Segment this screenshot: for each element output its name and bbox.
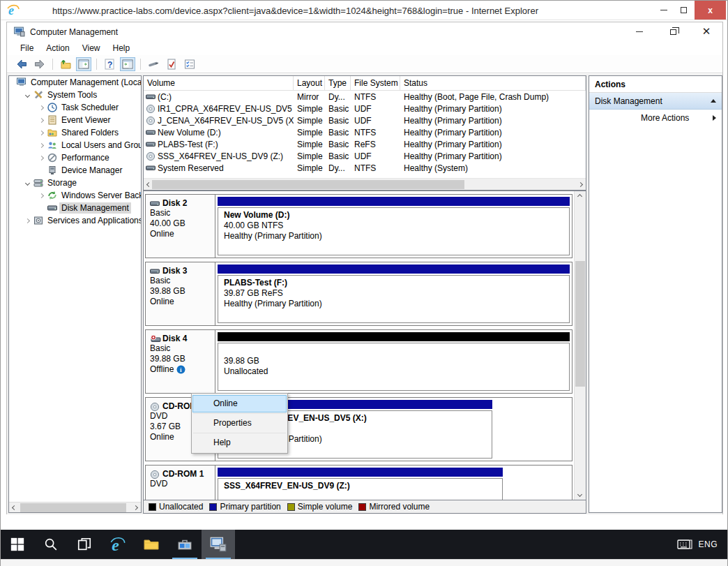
menu-action[interactable]: Action xyxy=(40,42,75,54)
scrollbar-thumb[interactable] xyxy=(575,261,585,387)
menu-file[interactable]: File xyxy=(14,42,40,54)
device-tool-icon[interactable] xyxy=(146,57,161,71)
column-header-status[interactable]: Status xyxy=(400,76,586,90)
disk-graphic-area[interactable]: PLABS-Test (F:)39.87 GB ReFSHealthy (Pri… xyxy=(215,262,572,325)
tree-horizontal-scrollbar[interactable] xyxy=(9,502,141,512)
scroll-right-arrow[interactable] xyxy=(575,179,586,190)
file-explorer-taskbar-icon[interactable] xyxy=(135,530,168,559)
task-view-button[interactable] xyxy=(68,530,101,559)
disk-row-disk-4[interactable]: Disk 4Basic39.88 GBOfflinei39.88 GBUnall… xyxy=(145,329,572,394)
tree-item-windows-server-backup[interactable]: Windows Server Backup xyxy=(9,189,141,202)
info-icon[interactable]: i xyxy=(176,365,185,374)
volume-row-system-reserved[interactable]: System ReservedSimpleDy...NTFSHealthy (S… xyxy=(144,162,586,174)
volume-row-c[interactable]: (C:)MirrorDy...NTFSHealthy (Boot, Page F… xyxy=(144,91,586,103)
browser-maximize-button[interactable] xyxy=(674,1,692,20)
volume-list-horizontal-scrollbar[interactable] xyxy=(144,178,586,190)
window-minimize-button[interactable] xyxy=(629,24,650,39)
scrollbar-thumb[interactable] xyxy=(152,180,464,189)
expander-collapsed-icon[interactable] xyxy=(36,156,47,160)
admin-tools-taskbar-icon[interactable] xyxy=(168,530,202,559)
expander-expanded-icon[interactable] xyxy=(22,181,33,185)
disk-graphic-area[interactable]: 39.88 GBUnallocated xyxy=(215,330,572,393)
tree-item-storage[interactable]: Storage xyxy=(9,177,141,189)
window-restore-button[interactable] xyxy=(662,24,683,39)
volume-row-sss-x64frev-en-us-dv9-z[interactable]: SSS_X64FREV_EN-US_DV9 (Z:)SimpleBasicUDF… xyxy=(144,150,586,162)
disk-graphic-area[interactable]: New Volume (D:)40.00 GB NTFSHealthy (Pri… xyxy=(215,195,572,258)
column-header-volume[interactable]: Volume xyxy=(144,76,294,90)
help-icon[interactable]: ? xyxy=(102,57,117,71)
back-icon[interactable] xyxy=(14,57,29,71)
computer-management-taskbar-icon[interactable] xyxy=(202,530,235,559)
tree-item-services-and-applications[interactable]: Services and Applications xyxy=(9,214,141,227)
scroll-up-arrow[interactable] xyxy=(575,191,585,202)
check-document-icon[interactable] xyxy=(164,57,179,71)
scrollbar-thumb[interactable] xyxy=(20,503,126,512)
tree-item-local-users-and-groups[interactable]: Local Users and Groups xyxy=(9,139,141,151)
tree-item-task-scheduler[interactable]: Task Scheduler xyxy=(9,101,141,114)
up-folder-icon[interactable] xyxy=(58,57,73,71)
menu-help[interactable]: Help xyxy=(107,42,137,54)
partition-bar[interactable] xyxy=(218,197,570,206)
tree-item-computer-management-local[interactable]: Computer Management (Local) xyxy=(9,76,141,89)
browser-minimize-button[interactable] xyxy=(655,1,673,20)
search-button[interactable] xyxy=(34,530,68,559)
expander-collapsed-icon[interactable] xyxy=(36,119,47,122)
disk-graphic-area[interactable]: SSS_X64FREV_EN-US_DV9 (Z:) xyxy=(215,466,572,500)
partition-bar[interactable] xyxy=(218,332,570,341)
disk-label-panel[interactable]: Disk 2Basic40.00 GBOnline xyxy=(146,195,215,258)
more-actions-item[interactable]: More Actions xyxy=(589,110,722,126)
partition-bar[interactable] xyxy=(218,468,503,477)
tree-item-performance[interactable]: Performance xyxy=(9,151,141,164)
language-indicator[interactable]: ENG xyxy=(698,539,718,549)
volume-region[interactable]: PLABS-Test (F:)39.87 GB ReFSHealthy (Pri… xyxy=(218,275,570,323)
volume-region[interactable]: New Volume (D:)40.00 GB NTFSHealthy (Pri… xyxy=(218,207,570,255)
expander-collapsed-icon[interactable] xyxy=(36,131,47,135)
partition-bar[interactable] xyxy=(218,265,570,274)
expander-expanded-icon[interactable] xyxy=(22,94,33,97)
disk-label-panel[interactable]: Disk 4Basic39.88 GBOfflinei xyxy=(146,330,215,393)
expander-collapsed-icon[interactable] xyxy=(36,194,47,198)
disk-row-disk-2[interactable]: Disk 2Basic40.00 GBOnlineNew Volume (D:)… xyxy=(145,194,572,258)
internet-explorer-taskbar-icon[interactable]: e xyxy=(101,530,135,559)
volume-row-j-cena-x64frev-en-us-dv5-x[interactable]: J_CENA_X64FREV_EN-US_DV5 (X:)SimpleBasic… xyxy=(144,114,586,126)
expander-collapsed-icon[interactable] xyxy=(36,144,47,147)
expander-collapsed-icon[interactable] xyxy=(22,219,33,223)
column-header-file-system[interactable]: File System xyxy=(351,76,400,90)
input-indicator-keyboard-icon[interactable] xyxy=(677,537,692,551)
context-menu-item-properties[interactable]: Properties xyxy=(192,415,287,432)
action-pane-icon[interactable] xyxy=(120,57,135,71)
scroll-right-arrow[interactable] xyxy=(130,502,141,513)
browser-close-button[interactable]: x xyxy=(695,1,726,20)
context-menu-item-online[interactable]: Online xyxy=(192,395,287,412)
disk-row-cd-rom-1[interactable]: CD-ROM 1DVDSSS_X64FREV_EN-US_DV9 (Z:) xyxy=(145,465,572,500)
context-menu-item-help[interactable]: Help xyxy=(192,434,287,452)
volume-row-plabs-test-f[interactable]: PLABS-Test (F:)SimpleBasicReFSHealthy (P… xyxy=(144,138,586,150)
tree-item-device-manager[interactable]: Device Manager xyxy=(9,164,141,177)
volume-row-ir1-cpra-x64frev-en-us-dv5-y[interactable]: IR1_CPRA_X64FREV_EN-US_DV5 (Y:)SimpleBas… xyxy=(144,103,586,114)
column-header-type[interactable]: Type xyxy=(325,76,351,90)
start-button[interactable] xyxy=(1,530,34,559)
task-list-icon[interactable] xyxy=(182,57,197,71)
scroll-down-arrow[interactable] xyxy=(575,489,585,500)
disk-label-panel[interactable]: Disk 3Basic39.88 GBOnline xyxy=(146,262,215,325)
volume-type: Basic xyxy=(325,116,351,126)
column-header-layout[interactable]: Layout xyxy=(294,76,325,90)
volume-region[interactable]: SSS_X64FREV_EN-US_DV9 (Z:) xyxy=(218,478,503,500)
console-tree-icon[interactable] xyxy=(76,57,91,71)
tree-item-event-viewer[interactable]: Event Viewer xyxy=(9,114,141,126)
tree-item-system-tools[interactable]: System Tools xyxy=(9,89,141,101)
scroll-left-arrow[interactable] xyxy=(9,502,20,513)
disk-view-vertical-scrollbar[interactable] xyxy=(574,191,586,500)
window-close-button[interactable]: ✕ xyxy=(696,24,717,39)
tree-item-shared-folders[interactable]: Shared Folders xyxy=(9,126,141,139)
forward-icon[interactable] xyxy=(32,57,47,71)
tree-item-disk-management[interactable]: Disk Management xyxy=(9,202,141,214)
collapse-arrow-icon[interactable] xyxy=(711,99,716,103)
menu-view[interactable]: View xyxy=(76,42,107,54)
volume-row-new-volume-d[interactable]: New Volume (D:)SimpleBasicNTFSHealthy (P… xyxy=(144,126,586,138)
disk-row-disk-3[interactable]: Disk 3Basic39.88 GBOnlinePLABS-Test (F:)… xyxy=(145,262,572,326)
disk-label-panel[interactable]: CD-ROM 1DVD xyxy=(146,466,215,500)
expander-collapsed-icon[interactable] xyxy=(36,106,47,110)
actions-section-disk-management[interactable]: Disk Management xyxy=(589,93,722,110)
volume-region[interactable]: 39.88 GBUnallocated xyxy=(218,343,570,391)
